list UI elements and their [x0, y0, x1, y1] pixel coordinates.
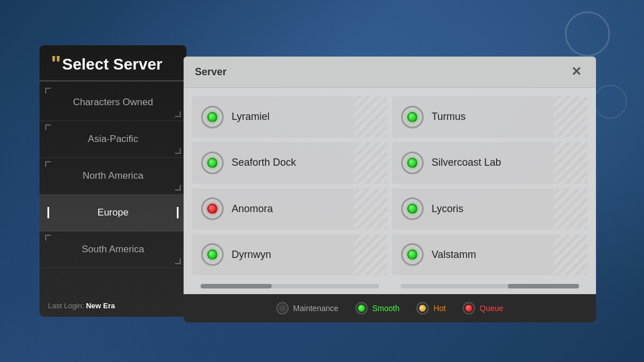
panel-title-text: Select Server	[62, 55, 162, 74]
server-status-dot	[207, 204, 217, 214]
server-status-ring	[401, 197, 424, 220]
bracket-br	[175, 258, 181, 264]
server-item-valstamm[interactable]: Valstamm	[392, 234, 588, 275]
sidebar-item-characters-owned[interactable]: Characters Owned	[40, 84, 186, 121]
server-item-dyrnwyn[interactable]: Dyrnwyn	[192, 234, 388, 275]
server-name: Turmus	[432, 111, 465, 123]
maintenance-dot	[279, 305, 286, 312]
status-bar: Maintenance Smooth Hot Queue	[184, 294, 596, 322]
dialog-title: Server	[195, 66, 227, 78]
status-item-hot: Hot	[416, 302, 446, 314]
bracket-br	[175, 185, 181, 191]
server-status-dot	[407, 112, 417, 122]
maintenance-label: Maintenance	[293, 304, 338, 313]
smooth-icon	[355, 302, 368, 314]
server-item-silvercoast-lab[interactable]: Silvercoast Lab	[392, 142, 588, 183]
menu-item-label: Asia-Pacific	[88, 133, 138, 144]
server-status-dot	[407, 158, 417, 168]
bracket-br	[175, 111, 181, 117]
server-status-ring	[201, 106, 224, 128]
bracket-tl	[45, 88, 51, 93]
sidebar-item-asia-pacific[interactable]: Asia-Pacific	[40, 121, 186, 158]
menu-item-label: Europe	[98, 207, 129, 218]
bracket-br	[175, 148, 181, 154]
panel-header: " Select Server	[40, 45, 186, 81]
server-item-turmus[interactable]: Turmus	[392, 96, 588, 137]
sidebar-item-europe[interactable]: Europe	[40, 195, 186, 231]
server-item-anomora[interactable]: Anomora	[192, 188, 388, 230]
status-item-smooth: Smooth	[355, 302, 399, 314]
queue-icon	[463, 302, 475, 314]
server-grid: Lyramiel Turmus Seaforth Dock Silvercoas…	[184, 88, 596, 284]
hot-dot	[419, 305, 426, 312]
quote-mark: "	[51, 53, 61, 75]
server-name: Anomora	[232, 203, 273, 215]
scroll-bar-left[interactable]	[201, 284, 379, 288]
server-status-dot	[207, 158, 217, 168]
server-name: Seaforth Dock	[232, 157, 296, 169]
queue-label: Queue	[480, 304, 503, 313]
server-status-ring	[201, 152, 224, 174]
dialog-header: Server	[184, 57, 596, 88]
server-name: Valstamm	[432, 249, 476, 261]
scroll-thumb	[201, 284, 272, 288]
server-status-dot	[207, 249, 217, 260]
hot-label: Hot	[433, 304, 446, 313]
server-status-ring	[201, 197, 224, 220]
menu-item-label: Characters Owned	[73, 97, 153, 107]
bracket-tl	[45, 124, 51, 130]
server-dialog: Server Lyramiel Turmus Seaforth Dock	[184, 57, 596, 322]
server-status-dot	[407, 249, 417, 260]
menu-items: Characters Owned Asia-Pacific North Amer…	[40, 84, 186, 268]
server-status-dot	[207, 112, 217, 122]
bracket-tl	[45, 161, 51, 167]
server-name: Lycoris	[432, 203, 463, 215]
server-status-ring	[401, 243, 424, 266]
server-item-lyramiel[interactable]: Lyramiel	[192, 96, 388, 137]
deco-circle-1	[565, 11, 610, 57]
server-item-lycoris[interactable]: Lycoris	[392, 188, 588, 230]
server-status-ring	[401, 152, 424, 174]
queue-dot	[465, 305, 472, 312]
hot-icon	[416, 302, 429, 314]
menu-item-label: North America	[82, 170, 143, 181]
sidebar-item-south-america[interactable]: South America	[40, 231, 186, 268]
close-button[interactable]	[568, 63, 585, 80]
left-panel: " Select Server Characters Owned Asia-Pa…	[40, 45, 186, 317]
scroll-bar-right[interactable]	[401, 284, 579, 288]
status-item-maintenance: Maintenance	[276, 302, 338, 314]
server-name: Dyrnwyn	[232, 249, 271, 261]
server-status-dot	[407, 204, 417, 214]
sidebar-item-north-america[interactable]: North America	[40, 158, 186, 195]
smooth-label: Smooth	[372, 304, 399, 313]
status-item-queue: Queue	[463, 302, 503, 314]
server-name: Silvercoast Lab	[432, 157, 501, 169]
server-item-seaforth-dock[interactable]: Seaforth Dock	[192, 142, 388, 183]
select-server-title: " Select Server	[51, 55, 175, 75]
server-status-ring	[201, 243, 224, 266]
menu-item-label: South America	[82, 244, 145, 255]
maintenance-icon	[276, 302, 289, 314]
last-login: Last Login: New Era	[48, 301, 115, 310]
bracket-tl	[45, 235, 51, 240]
deco-circle-2	[593, 85, 627, 119]
smooth-dot	[358, 305, 365, 312]
server-name: Lyramiel	[232, 111, 269, 123]
scroll-thumb	[508, 284, 579, 288]
server-status-ring	[401, 106, 424, 128]
